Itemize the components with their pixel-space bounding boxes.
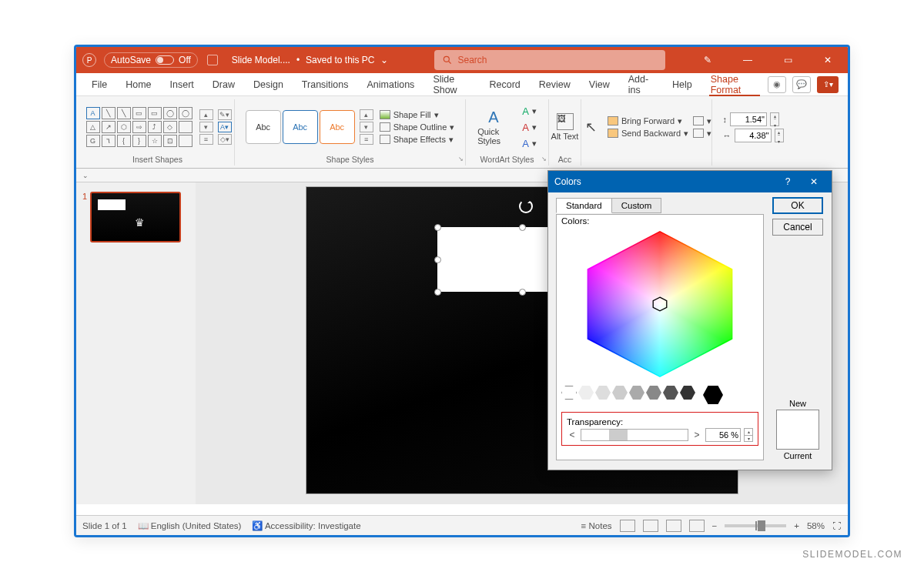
slider-right-arrow[interactable]: >: [691, 430, 702, 440]
view-slideshow-icon[interactable]: [689, 520, 705, 532]
quick-styles-button[interactable]: AQuick Styles: [477, 109, 516, 146]
zoom-value[interactable]: 58%: [807, 521, 825, 530]
resize-handle[interactable]: [519, 224, 526, 231]
autosave-label: AutoSave: [111, 55, 151, 65]
rotation-handle-icon[interactable]: [519, 199, 533, 213]
cancel-button[interactable]: Cancel: [772, 219, 823, 236]
tab-design[interactable]: Design: [244, 73, 293, 95]
dialog-titlebar[interactable]: Colors ? ✕: [548, 171, 832, 192]
shapes-scroll[interactable]: ▴▾≡: [199, 109, 213, 145]
view-normal-icon[interactable]: [620, 520, 635, 532]
tab-review[interactable]: Review: [530, 73, 580, 95]
alt-text-button[interactable]: 🖼Alt Text: [546, 113, 584, 141]
tab-record[interactable]: Record: [480, 73, 530, 95]
dialog-launcher-icon[interactable]: ↘: [458, 156, 464, 162]
language-status[interactable]: 📖 English (United States): [138, 520, 242, 531]
slider-thumb-icon[interactable]: [609, 430, 628, 440]
close-button[interactable]: ✕: [814, 50, 842, 70]
chevron-down-icon: ⌄: [82, 172, 89, 179]
zoom-out-button[interactable]: −: [712, 521, 718, 530]
zoom-slider[interactable]: [725, 524, 786, 527]
autosave-toggle[interactable]: AutoSave Off: [104, 52, 198, 68]
group-wordart: AQuick Styles A▾ A▾ A▾ WordArt Styles ↘: [466, 99, 549, 166]
group-size: ↕ ▴▾ ↔ ▴▾: [712, 99, 789, 166]
tab-animations[interactable]: Animations: [358, 73, 424, 95]
watermark: SLIDEMODEL.COM: [802, 549, 902, 560]
style-preset-2[interactable]: Abc: [283, 110, 318, 144]
pen-icon[interactable]: ✎: [694, 50, 721, 70]
width-input[interactable]: ↔ ▴▾: [723, 129, 784, 142]
zoom-in-button[interactable]: +: [794, 521, 799, 530]
color-hexagon[interactable]: [575, 227, 745, 381]
doc-title-area[interactable]: Slide Model.... • Saved to this PC ⌄: [232, 55, 389, 65]
group-button[interactable]: ▾: [693, 129, 711, 139]
tab-help[interactable]: Help: [663, 73, 701, 95]
tab-draw[interactable]: Draw: [203, 73, 244, 95]
style-scroll[interactable]: ▴▾≡: [360, 109, 373, 145]
tab-transitions[interactable]: Transitions: [293, 73, 358, 95]
arrange-cursor-icon[interactable]: ↖: [581, 119, 601, 135]
tab-standard[interactable]: Standard: [556, 198, 612, 213]
bring-forward-button[interactable]: Bring Forward ▾: [608, 116, 688, 126]
tab-insert[interactable]: Insert: [161, 73, 203, 95]
grayscale-row[interactable]: [561, 386, 758, 404]
notes-button[interactable]: ≡ Notes: [581, 521, 612, 530]
share-button[interactable]: ⇪▾: [817, 76, 839, 93]
transparency-section: Transparency: < > ▴▾: [561, 412, 758, 446]
style-preset-1[interactable]: Abc: [246, 110, 281, 144]
fit-button[interactable]: ⛶: [832, 521, 842, 530]
text-fill-button[interactable]: A▾: [522, 105, 537, 117]
resize-handle[interactable]: [434, 224, 441, 231]
help-button[interactable]: ?: [776, 172, 799, 191]
view-sorter-icon[interactable]: [643, 520, 658, 532]
powerpoint-window: P AutoSave Off Slide Model.... • Saved t…: [74, 45, 850, 537]
text-outline-button[interactable]: A▾: [522, 122, 537, 133]
search-placeholder: Search: [457, 55, 487, 65]
resize-handle[interactable]: [519, 289, 526, 296]
tab-custom[interactable]: Custom: [611, 198, 662, 213]
new-label: New: [776, 399, 819, 408]
view-reading-icon[interactable]: [666, 520, 681, 532]
record-button[interactable]: ◉: [768, 76, 786, 93]
tab-addins[interactable]: Add-ins: [619, 73, 663, 95]
tab-slideshow[interactable]: Slide Show: [424, 73, 480, 95]
text-effects-button[interactable]: A▾: [522, 138, 537, 149]
shape-tools[interactable]: ✎▾A▾◇▾: [218, 109, 232, 145]
comments-button[interactable]: 💬: [792, 76, 811, 93]
resize-handle[interactable]: [434, 289, 441, 296]
shapes-gallery[interactable]: A╲╲▭▭◯◯ △↗⬡⇨⤴◇ G٦{}☆⊡: [84, 105, 195, 149]
group-arrange: ↖ Bring Forward ▾ Send Backward ▾ ▾ ▾: [581, 99, 712, 166]
style-preset-3[interactable]: Abc: [320, 110, 355, 144]
tab-home[interactable]: Home: [116, 73, 160, 95]
slider-left-arrow[interactable]: <: [567, 430, 578, 440]
tab-shapeformat[interactable]: Shape Format: [701, 73, 768, 95]
slide-counter[interactable]: Slide 1 of 1: [82, 521, 127, 530]
slide-thumb-1[interactable]: ♛: [90, 192, 181, 243]
dialog-close-button[interactable]: ✕: [802, 172, 825, 191]
tab-file[interactable]: File: [82, 73, 116, 95]
transparency-spinner[interactable]: ▴▾: [744, 428, 753, 442]
accessibility-status[interactable]: ♿ Accessibility: Investigate: [252, 520, 360, 531]
send-backward-button[interactable]: Send Backward ▾: [608, 129, 688, 139]
resize-handle[interactable]: [434, 256, 441, 263]
search-box[interactable]: Search: [434, 50, 665, 70]
transparency-input[interactable]: [705, 428, 741, 442]
group-accessibility: 🖼Alt Text Acc: [549, 99, 581, 166]
maximize-button[interactable]: ▭: [774, 50, 802, 70]
zoom-thumb-icon[interactable]: [758, 520, 765, 531]
ok-button[interactable]: OK: [772, 197, 823, 214]
transparency-slider[interactable]: [581, 429, 688, 441]
status-bar: Slide 1 of 1 📖 English (United States) ♿…: [76, 515, 848, 535]
autosave-state: Off: [179, 55, 191, 65]
save-icon[interactable]: [207, 55, 218, 65]
height-input[interactable]: ↕ ▴▾: [723, 112, 784, 126]
ribbon: A╲╲▭▭◯◯ △↗⬡⇨⤴◇ G٦{}☆⊡ ▴▾≡ ✎▾A▾◇▾ Insert …: [76, 96, 848, 169]
ribbon-tabs: File Home Insert Draw Design Transitions…: [76, 73, 848, 96]
tab-view[interactable]: View: [580, 73, 619, 95]
shape-outline-button[interactable]: Shape Outline ▾: [380, 122, 455, 132]
minimize-button[interactable]: —: [734, 50, 762, 70]
align-button[interactable]: ▾: [693, 116, 711, 126]
shape-effects-button[interactable]: Shape Effects ▾: [380, 135, 455, 145]
dialog-launcher-icon[interactable]: ↘: [541, 156, 547, 162]
shape-fill-button[interactable]: Shape Fill ▾: [380, 110, 455, 120]
